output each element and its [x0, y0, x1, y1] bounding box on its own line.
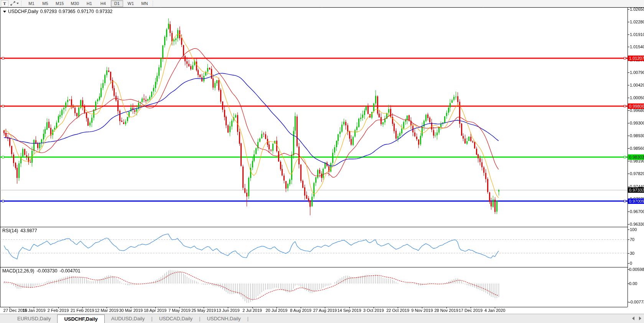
rsi-axis-tick: 0 — [630, 261, 632, 266]
text-tool-button[interactable]: T — [1, 0, 8, 7]
chart-tab-eurusd[interactable]: EURUSD,Daily — [11, 314, 57, 323]
chart-tab-usdchf[interactable]: USDCHF,Daily — [57, 315, 104, 323]
price-level-label: 0.98303 — [628, 154, 644, 160]
rsi-axis-tick: 30 — [630, 251, 634, 256]
dropdown-caret-icon — [16, 3, 19, 4]
timeframe-button-m5[interactable]: M5 — [39, 0, 51, 7]
macd-value-main: -0.003730 — [36, 268, 57, 274]
tabs-scroll-left-button[interactable] — [632, 316, 634, 320]
chart-tab-usdcad[interactable]: USDCAD,Daily — [153, 314, 199, 323]
price-axis-tick: 1.01910 — [630, 32, 644, 37]
rsi-label: RSI(14) 43.9877 — [2, 228, 37, 233]
timeframe-button-h4[interactable]: H4 — [97, 0, 109, 7]
diagonal-arrows-icon — [10, 1, 15, 6]
arrows-tool-button[interactable] — [10, 0, 19, 7]
toolbar-separator — [21, 1, 23, 6]
price-axis-tick: 0.96330 — [630, 222, 644, 226]
timeframe-button-m15[interactable]: M15 — [53, 0, 66, 7]
price-axis-tick: 1.01540 — [630, 44, 644, 49]
price-axis-tick: 1.00790 — [630, 70, 644, 75]
mt4-window: T M1M5M15M30H1H4D1W1MN USDCHF,Daily 0.97… — [0, 0, 644, 323]
date-axis-tick: 4 Jan 2020 — [480, 308, 509, 313]
price-axis-tick: 0.98930 — [630, 133, 644, 138]
rsi-axis-tick: 70 — [630, 237, 634, 242]
one-click-trading-arrow[interactable] — [3, 11, 6, 13]
timeframe-button-w1[interactable]: W1 — [125, 0, 137, 7]
price-axis-tick: 1.02280 — [630, 20, 644, 24]
rsi-name: RSI(14) — [2, 228, 18, 233]
price-axis-tick: 1.00420 — [630, 83, 644, 87]
chart-tabbar: EURUSD,DailyUSDCHF,DailyAUDUSD,Daily|USD… — [0, 314, 644, 323]
timeframe-button-mn[interactable]: MN — [138, 0, 151, 7]
ohlc-low: 0.97170 — [77, 9, 94, 14]
price-axis-tick: 0.99300 — [630, 121, 644, 125]
timeframe-button-m1[interactable]: M1 — [25, 0, 38, 7]
price-level-label: 0.97332 — [628, 187, 644, 193]
ohlc-close: 0.97332 — [96, 9, 112, 14]
timeframe-button-h1[interactable]: H1 — [83, 0, 96, 7]
price-axis-tick: 0.98560 — [630, 146, 644, 151]
price-axis-tick: 1.02650 — [630, 7, 644, 11]
chart-tab-audusd[interactable]: AUDUSD,Daily — [105, 314, 151, 323]
price-chart-canvas[interactable] — [0, 0, 644, 313]
macd-axis-tick: 0.005986 — [629, 267, 644, 272]
toolbar: T M1M5M15M30H1H4D1W1MN — [0, 0, 644, 7]
price-axis-tick: 0.96700 — [630, 209, 644, 214]
chart-tab-usdcnh[interactable]: USDCNH,Daily — [200, 314, 247, 323]
price-axis-tick: 0.97820 — [630, 171, 644, 176]
chart-symbol-label: USDCHF,Daily — [8, 9, 38, 14]
macd-value-signal: -0.004701 — [59, 268, 80, 274]
macd-name: MACD(12,26,9) — [2, 268, 34, 274]
timeframe-button-d1[interactable]: D1 — [111, 0, 123, 7]
rsi-axis-tick: 100 — [630, 227, 637, 232]
toolbar-separator — [153, 1, 155, 6]
macd-label: MACD(12,26,9) -0.003730 -0.004701 — [2, 268, 80, 274]
macd-axis-tick: 0.00 — [629, 281, 637, 286]
price-level-label: 1.01207 — [628, 56, 644, 61]
price-level-label: 0.99800 — [628, 103, 644, 109]
chart-title: USDCHF,Daily 0.97293 0.97365 0.97170 0.9… — [3, 9, 112, 14]
ohlc-open: 0.97293 — [40, 9, 57, 14]
price-axis-tick: 1.00050 — [630, 95, 644, 100]
ohlc-high: 0.97365 — [59, 9, 75, 14]
timeframe-button-m30[interactable]: M30 — [68, 0, 81, 7]
tabs-scroll-right-button[interactable] — [639, 316, 641, 320]
rsi-value: 43.9877 — [20, 228, 37, 233]
text-tool-icon: T — [3, 1, 6, 6]
price-level-label: 0.97009 — [628, 198, 644, 204]
tab-separator: | — [247, 314, 249, 323]
macd-axis-tick: -0.00773 — [629, 300, 644, 304]
